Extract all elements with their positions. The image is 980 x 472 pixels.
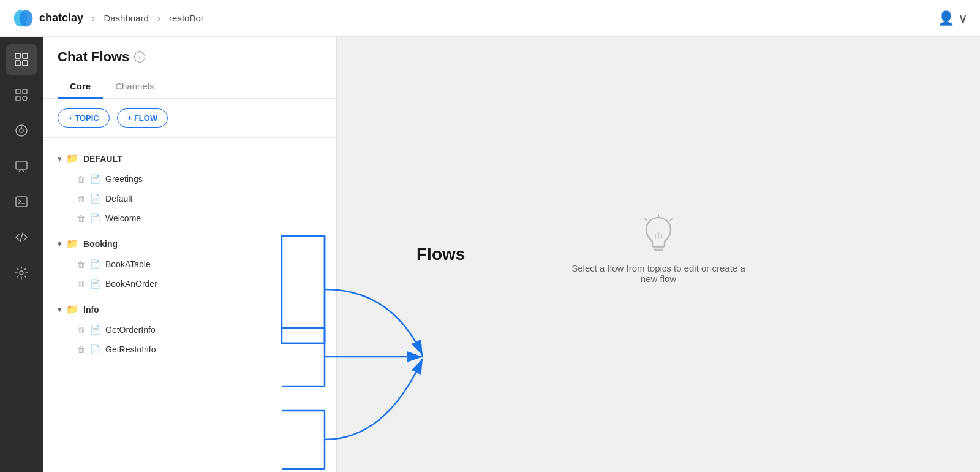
- logo-text: chatclay: [39, 12, 83, 25]
- svg-point-17: [20, 271, 23, 275]
- tab-channels[interactable]: Channels: [103, 75, 166, 99]
- svg-point-11: [20, 129, 23, 132]
- flow-name-bookanorder: BookAnOrder: [105, 279, 322, 289]
- folder-default: 📁: [66, 153, 78, 164]
- navbar-left: chatclay › Dashboard › restoBot: [12, 7, 203, 29]
- panel-title-text: Chat Flows: [58, 49, 129, 65]
- flow-name-getorderinfo: GetOrderInfo: [105, 325, 322, 335]
- topic-name-booking: Booking: [83, 239, 118, 249]
- flow-item-bookatable[interactable]: 🗑 📄 BookATable: [43, 254, 336, 274]
- svg-rect-13: [16, 161, 27, 169]
- flow-name-getrestoinfo: GetRestoInfo: [105, 344, 322, 354]
- doc-bookatable-icon: 📄: [90, 259, 100, 269]
- lightbulb-icon: [640, 213, 677, 256]
- sidebar-item-chat[interactable]: [6, 151, 37, 181]
- canvas-empty-text: Select a flow from topics to edit or cre…: [567, 263, 750, 284]
- flow-name-welcome: Welcome: [105, 213, 322, 223]
- flow-item-greetings[interactable]: 🗑 📄 Greetings: [43, 169, 336, 189]
- doc-greetings-icon: 📄: [90, 174, 100, 184]
- delete-bookatable-icon[interactable]: 🗑: [77, 260, 85, 269]
- canvas-area: Flows Select a flow from topics to edit …: [337, 37, 980, 472]
- info-icon[interactable]: i: [134, 51, 145, 63]
- delete-bookanorder-icon[interactable]: 🗑: [77, 280, 85, 289]
- flow-name-bookatable: BookATable: [105, 259, 322, 269]
- doc-bookanorder-icon: 📄: [90, 279, 100, 289]
- svg-rect-3: [23, 53, 28, 58]
- add-topic-button[interactable]: + TOPIC: [58, 108, 110, 128]
- chevron-booking: ▾: [58, 240, 61, 248]
- tabs: Core Channels: [58, 75, 322, 98]
- svg-rect-4: [15, 61, 20, 66]
- topic-name-info: Info: [83, 305, 99, 314]
- action-bar: + TOPIC + FLOW: [43, 99, 336, 138]
- flows-icon: [14, 52, 29, 67]
- svg-rect-6: [16, 89, 20, 94]
- flow-item-getorderinfo[interactable]: 🗑 📄 GetOrderInfo: [43, 320, 336, 340]
- svg-point-9: [23, 96, 27, 101]
- panel-header: Chat Flows i Core Channels: [43, 37, 336, 99]
- delete-default-icon[interactable]: 🗑: [77, 194, 85, 204]
- topic-group-default: ▾ 📁 DEFAULT 🗑 📄 Greetings 🗑 📄 Default: [43, 148, 336, 228]
- svg-rect-5: [23, 61, 28, 66]
- flow-item-default[interactable]: 🗑 📄 Default: [43, 189, 336, 208]
- breadcrumb-restobot[interactable]: restoBot: [169, 13, 203, 23]
- delete-getorderinfo-icon[interactable]: 🗑: [77, 325, 85, 335]
- flows-panel-wrapper: Chat Flows i Core Channels + TOPIC + FLO…: [43, 37, 980, 472]
- svg-line-23: [645, 219, 647, 221]
- sidebar: [0, 37, 43, 472]
- topic-header-booking[interactable]: ▾ 📁 Booking: [43, 233, 336, 254]
- sidebar-item-components[interactable]: [6, 80, 37, 110]
- terminal-icon: [14, 194, 29, 209]
- svg-rect-2: [15, 53, 20, 58]
- delete-welcome-icon[interactable]: 🗑: [77, 214, 85, 223]
- topics-list: ▾ 📁 DEFAULT 🗑 📄 Greetings 🗑 📄 Default: [43, 138, 336, 472]
- logo-icon: [12, 7, 34, 29]
- topic-header-info[interactable]: ▾ 📁 Info: [43, 299, 336, 320]
- main-content: Chat Flows i Core Channels + TOPIC + FLO…: [0, 37, 980, 472]
- flow-name-default: Default: [105, 194, 322, 204]
- sidebar-item-settings[interactable]: [6, 257, 37, 288]
- components-icon: [14, 88, 29, 102]
- svg-line-24: [670, 219, 672, 221]
- flow-item-bookanorder[interactable]: 🗑 📄 BookAnOrder: [43, 274, 336, 294]
- code-icon: [14, 230, 29, 245]
- flows-panel: Chat Flows i Core Channels + TOPIC + FLO…: [43, 37, 337, 472]
- doc-default-icon: 📄: [90, 194, 100, 204]
- logo: chatclay: [12, 7, 83, 29]
- panel-title: Chat Flows i: [58, 49, 322, 65]
- chat-icon: [14, 159, 29, 173]
- breadcrumb-dashboard[interactable]: Dashboard: [104, 13, 148, 23]
- flow-item-getrestoinfo[interactable]: 🗑 📄 GetRestoInfo: [43, 340, 336, 359]
- svg-rect-8: [16, 96, 20, 101]
- delete-greetings-icon[interactable]: 🗑: [77, 175, 85, 184]
- svg-line-16: [20, 233, 23, 242]
- doc-getorderinfo-icon: 📄: [90, 325, 100, 335]
- navbar-right: 👤 ∨: [938, 10, 968, 26]
- topic-name-default: DEFAULT: [83, 154, 123, 164]
- sidebar-item-terminal[interactable]: [6, 186, 37, 217]
- svg-point-1: [20, 10, 33, 26]
- folder-info: 📁: [66, 303, 78, 315]
- breadcrumb-sep-2: ›: [157, 13, 160, 24]
- breadcrumb-sep-1: ›: [92, 13, 95, 24]
- sidebar-item-code[interactable]: [6, 222, 37, 253]
- doc-getrestoinfo-icon: 📄: [90, 344, 100, 354]
- folder-booking: 📁: [66, 238, 78, 249]
- sidebar-item-analytics[interactable]: [6, 115, 37, 146]
- topic-header-default[interactable]: ▾ 📁 DEFAULT: [43, 148, 336, 169]
- tab-core[interactable]: Core: [58, 75, 103, 99]
- delete-getrestoinfo-icon[interactable]: 🗑: [77, 345, 85, 354]
- navbar: chatclay › Dashboard › restoBot 👤 ∨: [0, 0, 980, 37]
- user-icon[interactable]: 👤 ∨: [938, 10, 968, 26]
- flow-name-greetings: Greetings: [105, 174, 322, 184]
- topic-group-info: ▾ 📁 Info 🗑 📄 GetOrderInfo 🗑 📄 GetRestoIn…: [43, 299, 336, 359]
- chevron-default: ▾: [58, 154, 61, 163]
- sidebar-item-flows[interactable]: [6, 44, 37, 75]
- analytics-icon: [14, 123, 29, 138]
- add-flow-button[interactable]: + FLOW: [117, 108, 168, 128]
- chevron-info: ▾: [58, 305, 61, 314]
- svg-rect-7: [23, 89, 27, 94]
- lightbulb-container: Select a flow from topics to edit or cre…: [567, 213, 750, 284]
- settings-icon: [14, 265, 29, 280]
- flow-item-welcome[interactable]: 🗑 📄 Welcome: [43, 208, 336, 228]
